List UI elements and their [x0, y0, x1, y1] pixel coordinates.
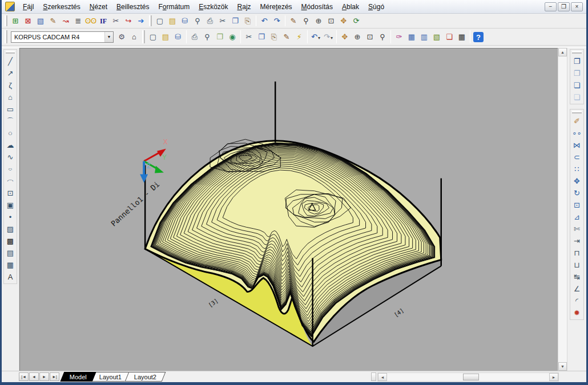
markup-icon[interactable]: ❏	[443, 31, 456, 43]
region-icon[interactable]: ▤	[4, 247, 17, 259]
ellipse-arc-icon[interactable]: ◠	[4, 177, 17, 185]
join-icon[interactable]: ↹	[571, 271, 583, 283]
insert-block-icon[interactable]: ⊡	[4, 187, 17, 199]
if-condition-icon[interactable]: IF	[97, 15, 110, 27]
arc-icon[interactable]: ⌒	[4, 115, 17, 127]
zoom-window-icon[interactable]: ⊡	[325, 15, 337, 27]
web-icon[interactable]: ◉	[226, 31, 239, 43]
minimize-button[interactable]: −	[545, 2, 557, 11]
menu-szerkesztes[interactable]: Szerkesztés	[38, 2, 84, 12]
solid-cube-icon[interactable]: ▧	[34, 15, 47, 27]
horizontal-scroll-track[interactable]	[387, 373, 549, 381]
menu-nezet[interactable]: Nézet	[85, 2, 112, 12]
toolbar-grip[interactable]	[142, 30, 145, 43]
home-icon[interactable]: ⌂	[128, 31, 140, 43]
scroll-left-button[interactable]: ◄	[378, 373, 387, 381]
horizontal-scroll-thumb[interactable]	[463, 374, 479, 380]
send-to-back-icon[interactable]: ❐	[571, 67, 583, 79]
cut-icon[interactable]: ✂	[243, 31, 255, 43]
offset-icon[interactable]: ⊂	[571, 151, 583, 163]
pan-icon[interactable]: ✥	[337, 15, 350, 27]
plot-icon[interactable]: ⎙	[204, 15, 216, 27]
bring-above-objects-icon[interactable]: ❏	[571, 79, 583, 91]
spline-icon[interactable]: ∿	[4, 151, 17, 163]
menu-meretezes[interactable]: Méretezés	[256, 2, 297, 12]
construction-line-icon[interactable]: ↗	[4, 67, 17, 79]
plot-icon[interactable]: ⎙	[188, 31, 201, 43]
drawing-viewport[interactable]: Pannello1 - Di	[19, 48, 558, 371]
properties-icon[interactable]: ✑	[393, 31, 405, 43]
scroll-right-button[interactable]: ►	[549, 373, 558, 381]
lightbulbs-icon[interactable]: ʘʘ	[84, 15, 97, 27]
open-file-icon[interactable]: ▤	[159, 31, 172, 43]
forward-arrow-icon[interactable]: ➔	[135, 15, 147, 27]
stretch-icon[interactable]: ⊿	[571, 211, 583, 223]
menu-beillesztes[interactable]: Beillesztés	[112, 2, 154, 12]
save-file-icon[interactable]: ⛁	[179, 15, 191, 27]
quickcalc-icon[interactable]: ▦	[456, 31, 468, 43]
publish-icon[interactable]: ❐	[214, 31, 226, 43]
point-icon[interactable]: •	[4, 211, 17, 223]
array-icon[interactable]: ∷	[571, 163, 583, 175]
table-icon[interactable]: ▦	[4, 259, 17, 271]
vertical-scroll-track[interactable]	[558, 56, 567, 362]
print-preview-icon[interactable]: ⚲	[191, 15, 204, 27]
redo-icon[interactable]: ↷	[271, 15, 283, 27]
copy-object-icon[interactable]: ∘∘	[571, 127, 583, 139]
trim-icon[interactable]: ✄	[571, 223, 583, 235]
screen-save-icon[interactable]: ⊠	[22, 15, 34, 27]
revision-cloud-icon[interactable]: ☁	[4, 139, 17, 151]
tool-palettes-icon[interactable]: ▥	[418, 31, 430, 43]
gradient-icon[interactable]: ▩	[4, 235, 17, 247]
menu-sugo[interactable]: Súgó	[364, 2, 389, 12]
ellipse-icon[interactable]: ○	[4, 165, 17, 173]
zoom-realtime-icon[interactable]: ⊕	[351, 31, 364, 43]
curve-arrow-icon[interactable]: ↝	[59, 15, 72, 27]
erase-icon[interactable]: ✐	[571, 115, 583, 127]
cut-note-icon[interactable]: ✂	[110, 15, 122, 27]
copy-icon[interactable]: ❐	[229, 15, 241, 27]
tab-last-button[interactable]: ►|	[50, 372, 59, 381]
open-file-icon[interactable]: ▤	[166, 15, 179, 27]
settings-gear-icon[interactable]: ⚙	[115, 31, 128, 43]
rotate-icon[interactable]: ↻	[571, 187, 583, 199]
chevron-down-icon[interactable]: ▼	[104, 32, 113, 42]
restore-button[interactable]: ❐	[558, 2, 570, 11]
help-icon[interactable]: ?	[473, 32, 484, 42]
structure-tree-icon[interactable]: ≣	[72, 15, 84, 27]
designcenter-icon[interactable]: ▦	[405, 31, 418, 43]
new-file-icon[interactable]: ▢	[154, 15, 166, 27]
scroll-up-button[interactable]: ▲	[558, 48, 567, 56]
vertical-scrollbar[interactable]: ▲ ▼	[558, 48, 567, 371]
chamfer-icon[interactable]: ∠	[571, 283, 583, 295]
tab-prev-button[interactable]: ◄	[29, 372, 39, 381]
workspace-combobox[interactable]: KORPUS CADCAM R4 ▼	[11, 31, 114, 43]
mirror-icon[interactable]: ⋈	[571, 139, 583, 151]
tab-first-button[interactable]: |◄	[19, 372, 29, 381]
toolbar-grip[interactable]	[572, 111, 582, 114]
toolbar-grip[interactable]	[5, 15, 7, 26]
zoom-realtime-icon[interactable]: ⊕	[312, 15, 325, 27]
horizontal-scrollbar[interactable]: ◄ ►	[377, 372, 559, 382]
paste-icon[interactable]: ⎘	[268, 31, 280, 43]
app-icon[interactable]	[5, 2, 15, 11]
menu-eszkozok[interactable]: Eszközök	[194, 2, 232, 12]
polyline-icon[interactable]: ζ	[4, 79, 17, 91]
match-properties-icon[interactable]: ⚡	[293, 31, 305, 43]
close-button[interactable]: ×	[571, 2, 583, 11]
extend-icon[interactable]: ⇥	[571, 235, 583, 247]
scroll-down-button[interactable]: ▼	[558, 362, 567, 371]
tab-layout2[interactable]: Layout2	[125, 372, 166, 382]
tab-next-button[interactable]: ►	[39, 372, 49, 381]
send-under-objects-icon[interactable]: ❏	[571, 91, 583, 103]
multiline-text-icon[interactable]: A	[4, 271, 17, 283]
orbit-icon[interactable]: ⟳	[350, 15, 363, 27]
scrollbar-splitter[interactable]	[371, 372, 376, 381]
menu-fajl[interactable]: Fájl	[18, 2, 38, 12]
zoom-document-icon[interactable]: ⚲	[300, 15, 312, 27]
sheet-set-manager-icon[interactable]: ▧	[430, 31, 443, 43]
menu-modositas[interactable]: Módosítás	[297, 2, 337, 12]
pan-icon[interactable]: ✥	[339, 31, 351, 43]
circle-icon[interactable]: ○	[4, 127, 17, 139]
new-file-icon[interactable]: ▢	[147, 31, 159, 43]
